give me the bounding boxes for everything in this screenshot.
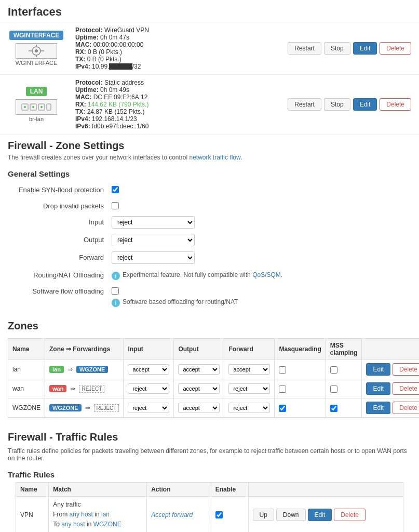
wg-delete-button[interactable]: Delete: [380, 42, 411, 55]
zone-wan-forwardings: wan ⇒ REJECT: [45, 379, 124, 398]
col-masquerading: Masquerading: [275, 339, 326, 360]
zone-wgzone-mss-checkbox[interactable]: [330, 405, 337, 412]
lan-interface-image: [16, 99, 57, 115]
input-select[interactable]: reject accept drop: [112, 216, 195, 229]
zone-lan-output-select[interactable]: accept reject drop: [178, 364, 220, 375]
zone-wan-input: reject accept drop: [124, 379, 174, 398]
tr-col-enable: Enable: [211, 483, 248, 497]
tr-vpn-any-host-from[interactable]: any host: [70, 511, 93, 518]
traffic-rules-table: Name Match Action Enable VPN Any traffic…: [16, 482, 403, 532]
drop-invalid-row: Drop invalid packets: [8, 197, 411, 214]
sw-flow-value: i Software based offloading for routing/…: [112, 285, 411, 307]
input-value: reject accept drop: [112, 216, 411, 229]
zone-lan-forward: accept reject drop: [224, 360, 275, 379]
sw-flow-label: Software flow offloading: [8, 285, 112, 295]
tr-vpn-down-button[interactable]: Down: [276, 509, 306, 521]
traffic-rule-vpn: VPN Any traffic From any host in lan To …: [16, 497, 403, 533]
col-mss-clamping: MSS clamping: [326, 339, 362, 360]
zone-wan-masq-checkbox[interactable]: [279, 385, 286, 393]
zone-wan-mss-checkbox[interactable]: [330, 385, 337, 393]
zone-lan-output: accept reject drop: [174, 360, 224, 379]
syn-flood-checkbox[interactable]: [112, 186, 119, 193]
zone-lan-forward-select[interactable]: accept reject drop: [228, 364, 270, 375]
forward-label: Forward: [8, 251, 112, 261]
lan-edit-button[interactable]: Edit: [353, 98, 377, 111]
lan-restart-button[interactable]: Restart: [288, 98, 321, 111]
sw-flow-checkbox[interactable]: [112, 287, 119, 295]
wg-restart-button[interactable]: Restart: [288, 42, 321, 55]
tr-vpn-lan-link[interactable]: lan: [101, 511, 110, 518]
network-link[interactable]: network traffic flow: [190, 154, 240, 161]
tr-vpn-enable-checkbox[interactable]: [215, 511, 223, 518]
zone-row-wan: wan wan ⇒ REJECT reject accept drop: [8, 379, 420, 398]
wg-icon-svg: [26, 45, 47, 57]
forward-select[interactable]: reject accept drop: [112, 251, 195, 264]
zone-lan-delete-button[interactable]: Delete: [393, 363, 419, 376]
zone-wgzone-delete-button[interactable]: Delete: [393, 402, 419, 414]
routing-nat-value: i Experimental feature. Not fully compat…: [112, 269, 411, 280]
zone-wgzone-forward-select[interactable]: reject accept drop: [228, 403, 270, 413]
zone-lan-input: accept reject drop: [124, 360, 174, 379]
general-settings-form: Enable SYN-flood protection Drop invalid…: [0, 181, 419, 310]
routing-nat-info-icon: i: [112, 272, 120, 280]
lan-delete-button[interactable]: Delete: [380, 98, 411, 111]
forward-row: Forward reject accept drop: [8, 249, 411, 267]
zone-wgzone-tag: WGZONE: [49, 404, 82, 411]
svg-point-1: [35, 49, 38, 52]
traffic-rules-title: Firewall - Traffic Rules: [0, 426, 419, 445]
zone-wgzone-masq-checkbox[interactable]: [279, 405, 286, 412]
zone-wgzone-masquerading: [275, 398, 326, 418]
lan-interface-info: Protocol: Static address Uptime: 0h 0m 4…: [75, 79, 288, 130]
zones-table-header: Name Zone ⇒ Forwardings Input Output For…: [8, 339, 420, 360]
col-output: Output: [174, 339, 224, 360]
zone-wan-delete-button[interactable]: Delete: [393, 382, 419, 395]
traffic-rules-sub-title: Traffic Rules: [0, 466, 419, 482]
zone-wgzone-output-select[interactable]: accept reject drop: [178, 403, 220, 413]
zone-lan-forward-tag: WGZONE: [76, 366, 109, 373]
drop-invalid-checkbox[interactable]: [112, 202, 119, 209]
interface-row-wg: WGINTERFACE WGINTERFACE Protocol: WireGu…: [0, 22, 419, 75]
tr-vpn-delete-button[interactable]: Delete: [334, 509, 366, 521]
output-row: Output reject accept drop: [8, 231, 411, 249]
wg-stop-button[interactable]: Stop: [324, 42, 350, 55]
wg-interface-info: Protocol: WireGuard VPN Uptime: 0h 0m 47…: [75, 26, 288, 70]
zone-lan-mss-checkbox[interactable]: [330, 366, 337, 374]
tr-vpn-name: VPN: [16, 497, 49, 533]
tr-vpn-up-button[interactable]: Up: [253, 509, 274, 521]
interface-row-lan: LAN br-lan Protocol: Static address Upti…: [0, 75, 419, 135]
zone-wgzone-input: reject accept drop: [124, 398, 174, 418]
qos-link[interactable]: QoS/SQM: [252, 271, 281, 278]
zone-lan-edit-button[interactable]: Edit: [366, 363, 390, 376]
lan-interface-actions: Restart Stop Edit Delete: [288, 98, 411, 111]
tr-vpn-edit-button[interactable]: Edit: [308, 509, 332, 521]
zone-wan-input-select[interactable]: reject accept drop: [128, 383, 169, 394]
col-actions: [362, 339, 419, 360]
traffic-rules-table-container: Name Match Action Enable VPN Any traffic…: [0, 482, 419, 532]
zone-wgzone-arrow: ⇒: [85, 404, 90, 411]
routing-nat-note: i Experimental feature. Not fully compat…: [112, 271, 411, 280]
tr-col-buttons: [248, 483, 403, 497]
drop-invalid-label: Drop invalid packets: [8, 200, 112, 210]
tr-vpn-any-host-to[interactable]: any host: [61, 521, 85, 528]
syn-flood-row: Enable SYN-flood protection: [8, 181, 411, 197]
tr-vpn-wgzone-link[interactable]: WGZONE: [93, 521, 121, 528]
lan-stop-button[interactable]: Stop: [324, 98, 350, 111]
output-select[interactable]: reject accept drop: [112, 234, 195, 246]
zone-wan-forward-select[interactable]: reject accept drop: [228, 383, 270, 394]
zone-wan-actions: Edit Delete: [362, 379, 419, 398]
zone-wgzone-input-select[interactable]: reject accept drop: [128, 403, 169, 413]
zone-wan-output-select[interactable]: accept reject drop: [178, 383, 220, 394]
tr-vpn-match-line1: Any traffic: [53, 500, 142, 510]
zone-wan-edit-button[interactable]: Edit: [366, 382, 390, 395]
zone-lan-masquerading: [275, 360, 326, 379]
zone-wgzone-edit-button[interactable]: Edit: [366, 402, 390, 414]
tr-col-name: Name: [16, 483, 49, 497]
zone-lan-input-select[interactable]: accept reject drop: [128, 364, 169, 375]
zone-wgzone-forwardings: WGZONE ⇒ REJECT: [45, 398, 124, 418]
svg-point-12: [40, 106, 43, 108]
zone-wan-name: wan: [8, 379, 45, 398]
svg-rect-9: [47, 104, 51, 110]
wg-edit-button[interactable]: Edit: [353, 42, 377, 55]
zone-lan-masq-checkbox[interactable]: [279, 366, 286, 374]
zone-wan-masquerading: [275, 379, 326, 398]
